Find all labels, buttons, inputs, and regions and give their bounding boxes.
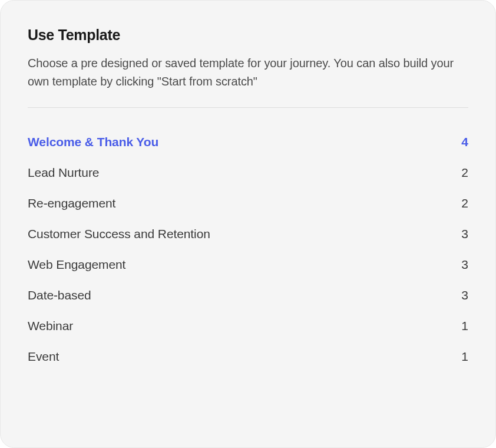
category-count: 2 [461,196,468,210]
category-count: 1 [461,319,468,333]
category-label: Re-engagement [28,196,115,210]
category-label: Event [28,350,59,364]
category-count: 1 [461,350,468,364]
divider [28,107,468,108]
category-count: 2 [461,166,468,180]
category-label: Web Engagement [28,258,125,272]
category-item[interactable]: Webinar1 [28,311,468,341]
category-count: 3 [461,258,468,272]
category-count: 3 [461,288,468,302]
template-chooser-panel: Use Template Choose a pre designed or sa… [0,0,496,448]
category-item[interactable]: Welcome & Thank You4 [28,127,468,157]
category-label: Welcome & Thank You [28,135,158,149]
category-item[interactable]: Lead Nurture2 [28,157,468,188]
category-item[interactable]: Web Engagement3 [28,249,468,280]
category-count: 3 [461,227,468,241]
category-item[interactable]: Event1 [28,341,468,372]
category-label: Webinar [28,319,73,333]
category-count: 4 [461,135,468,149]
panel-description: Choose a pre designed or saved template … [28,54,468,91]
category-item[interactable]: Re-engagement2 [28,188,468,219]
category-label: Date-based [28,288,91,302]
panel-title: Use Template [28,27,468,44]
category-item[interactable]: Date-based3 [28,280,468,311]
category-label: Customer Success and Retention [28,227,210,241]
category-item[interactable]: Customer Success and Retention3 [28,219,468,249]
category-label: Lead Nurture [28,166,99,180]
category-list: Welcome & Thank You4Lead Nurture2Re-enga… [28,127,468,372]
